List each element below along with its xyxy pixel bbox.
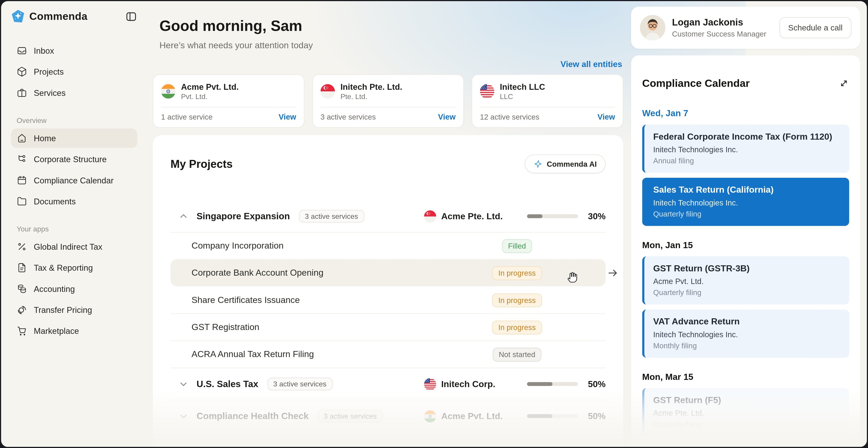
status-badge: In progress: [492, 321, 542, 334]
calendar-event[interactable]: GST Return (F5)Acme Pte. Ltd.Quarterly f…: [642, 388, 849, 436]
view-all-entities-link[interactable]: View all entities: [560, 59, 622, 69]
progress-bar: [527, 214, 578, 218]
event-title: VAT Advance Return: [653, 317, 840, 326]
status-badge: Filled: [502, 239, 532, 253]
entity-view-link[interactable]: View: [279, 112, 296, 121]
flag-sg-icon: [320, 84, 335, 98]
sidebar-item-label: Accounting: [34, 284, 75, 294]
calendar-event[interactable]: Sales Tax Return (California)Initech Tec…: [642, 178, 849, 226]
sidebar-primary-nav: InboxProjectsServices: [11, 41, 137, 102]
compliance-calendar-title: Compliance Calendar: [642, 78, 750, 90]
task-status: In progress: [487, 260, 548, 287]
sidebar-item-corporate-structure[interactable]: Corporate Structure: [11, 150, 137, 169]
task-name: Corporate Bank Account Opening: [191, 268, 323, 278]
chevron-down-icon[interactable]: [178, 379, 189, 389]
entity-name: Acme Pvt. Ltd.: [181, 82, 239, 91]
schedule-call-button[interactable]: Schedule a call: [779, 17, 851, 38]
commenda-ai-label: Commenda AI: [547, 160, 597, 168]
sidebar-section-nav: Global Indirect TaxTax & ReportingAccoun…: [11, 237, 137, 340]
refresh-icon: [17, 304, 27, 315]
entity-card[interactable]: Initech LLCLLC12 active servicesView: [471, 74, 623, 128]
advisor-name: Logan Jackonis: [672, 17, 766, 28]
flag-in-icon: [424, 410, 436, 422]
sidebar-header: Commenda: [11, 9, 137, 23]
entity-view-link[interactable]: View: [597, 112, 615, 121]
sidebar-item-accounting[interactable]: Accounting: [11, 279, 137, 298]
entity-card-text: Acme Pvt. Ltd.Pvt. Ltd.: [181, 82, 239, 100]
progress-bar: [527, 414, 578, 418]
sidebar-item-marketplace[interactable]: Marketplace: [11, 321, 137, 340]
avatar: [640, 15, 665, 40]
entity-card-footer: 1 active serviceView: [161, 112, 296, 121]
project-task-row[interactable]: GST RegistrationIn progress: [170, 313, 606, 340]
calendar-event[interactable]: Federal Corporate Income Tax (Form 1120)…: [642, 124, 849, 173]
task-status: Not started: [487, 341, 548, 368]
advisor-info: Logan Jackonis Customer Success Manager: [672, 17, 766, 38]
project-task-row[interactable]: Corporate Bank Account OpeningIn progres…: [170, 259, 606, 286]
project-name: Compliance Health Check: [196, 411, 309, 422]
event-title: GST Return (F5): [653, 395, 840, 405]
event-entity: Initech Technologies Inc.: [653, 198, 840, 207]
sidebar-item-label: Inbox: [34, 46, 54, 56]
compliance-calendar-card: Compliance Calendar Wed, Jan 7Federal Co…: [631, 55, 860, 447]
entity-card-footer: 12 active servicesView: [480, 112, 615, 121]
sidebar-item-label: Compliance Calendar: [34, 176, 114, 185]
calendar-date-heading: Wed, Jan 7: [642, 108, 849, 118]
sidebar-item-documents[interactable]: Documents: [11, 191, 137, 211]
home-icon: [17, 133, 27, 144]
project-group-left: Compliance Health Check3 active services: [178, 400, 383, 432]
arrow-right-icon: [607, 267, 619, 279]
project-name: U.S. Sales Tax: [196, 379, 258, 389]
flag-us-icon: [424, 378, 436, 390]
project-task-row[interactable]: Company IncorporationFilled: [170, 232, 606, 259]
app-window: Commenda InboxProjectsServices OverviewH…: [1, 1, 867, 447]
divider: [480, 107, 615, 108]
entity-name: Initech Pte. Ltd.: [341, 82, 402, 91]
project-group-row[interactable]: Singapore Expansion3 active servicesAcme…: [170, 201, 606, 232]
sidebar-item-inbox[interactable]: Inbox: [11, 41, 137, 60]
status-badge: In progress: [492, 266, 542, 280]
briefcase-icon: [17, 88, 27, 98]
open-task-arrow[interactable]: [607, 267, 619, 279]
sidebar-item-home[interactable]: Home: [11, 128, 137, 148]
sidebar-item-services[interactable]: Services: [11, 83, 137, 102]
event-frequency: Annual filing: [653, 156, 840, 165]
calendar-event[interactable]: VAT Advance ReturnInitech Technologies I…: [642, 309, 849, 358]
chevron-down-icon[interactable]: [178, 411, 189, 422]
page-title: Good morning, Sam: [159, 18, 623, 35]
project-name: Singapore Expansion: [196, 211, 290, 222]
sidebar-item-label: Services: [34, 88, 66, 97]
chevron-up-icon[interactable]: [178, 211, 189, 222]
entity-view-link[interactable]: View: [438, 112, 456, 121]
project-task-row[interactable]: ACRA Annual Tax Return FilingNot started: [170, 340, 606, 368]
sidebar-item-global-indirect-tax[interactable]: Global Indirect Tax: [11, 237, 137, 257]
entity-type: Pte. Ltd.: [341, 92, 402, 101]
divider: [320, 107, 456, 108]
sidebar-item-transfer-pricing[interactable]: Transfer Pricing: [11, 300, 137, 320]
status-badge: In progress: [492, 293, 542, 307]
project-progress: 50%: [527, 400, 606, 432]
sidebar-collapse-button[interactable]: [125, 10, 137, 22]
entity-card[interactable]: Acme Pvt. Ltd.Pvt. Ltd.1 active serviceV…: [153, 74, 305, 128]
project-task-row[interactable]: Share Certificates IssuanceIn progress: [170, 287, 606, 313]
sidebar-item-compliance-calendar[interactable]: Compliance Calendar: [11, 171, 137, 190]
calendar-groups: Wed, Jan 7Federal Corporate Income Tax (…: [642, 108, 849, 436]
expand-calendar-button[interactable]: [839, 78, 849, 89]
progress-percent: 50%: [588, 379, 606, 389]
project-entity: Acme Pte. Ltd.: [424, 201, 503, 232]
calendar-event[interactable]: GST Return (GSTR-3B)Acme Pvt. Ltd.Quarte…: [642, 256, 849, 304]
panel-left-icon: [125, 10, 137, 22]
sidebar-item-tax-reporting[interactable]: Tax & Reporting: [11, 258, 137, 277]
sidebar-item-projects[interactable]: Projects: [11, 62, 137, 82]
progress-bar-fill: [527, 414, 553, 418]
sidebar-item-label: Marketplace: [34, 326, 79, 336]
project-group-row[interactable]: Compliance Health Check3 active services…: [170, 400, 606, 432]
event-entity: Initech Technologies Inc.: [653, 330, 840, 338]
commenda-ai-button[interactable]: Commenda AI: [525, 154, 606, 173]
progress-bar-fill: [527, 382, 553, 386]
project-group-row[interactable]: U.S. Sales Tax3 active servicesInitech C…: [170, 368, 606, 400]
entity-card[interactable]: Initech Pte. Ltd.Pte. Ltd.3 active servi…: [312, 74, 464, 128]
sidebar-item-label: Home: [34, 133, 56, 143]
event-title: GST Return (GSTR-3B): [653, 263, 840, 273]
progress-bar-fill: [527, 214, 542, 218]
